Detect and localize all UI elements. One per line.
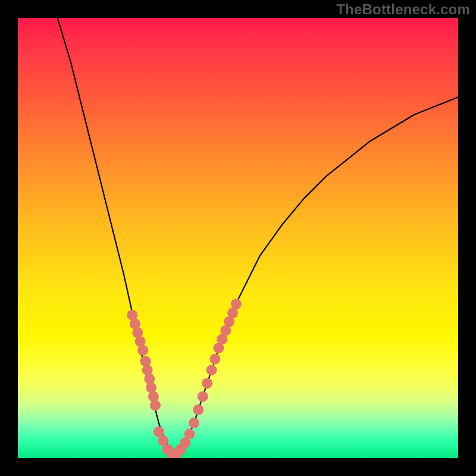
data-point [193,405,203,415]
data-point [148,391,159,402]
chart-frame [18,18,458,458]
data-point [231,299,242,309]
data-point [198,391,208,402]
watermark-text: TheBottleneck.com [336,1,470,18]
data-point [210,354,221,365]
data-point [137,345,148,356]
data-point [140,356,151,367]
data-point [206,365,217,375]
data-point [202,378,212,389]
data-point-markers [127,299,242,458]
bottleneck-chart [18,18,458,458]
data-point [189,418,199,428]
data-point [150,400,161,411]
bottleneck-curve-line [58,18,458,458]
data-point [184,428,195,439]
